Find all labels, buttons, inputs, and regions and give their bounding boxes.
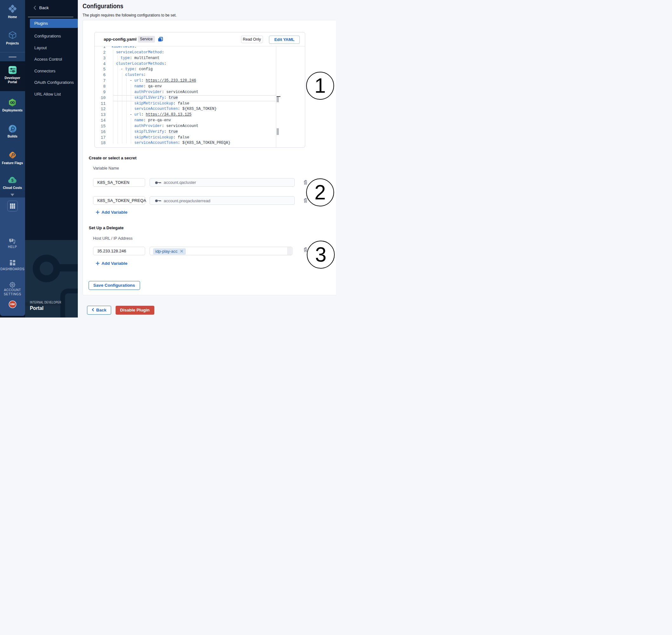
svg-text:?: ? <box>10 238 12 242</box>
svg-text:$: $ <box>11 178 14 182</box>
